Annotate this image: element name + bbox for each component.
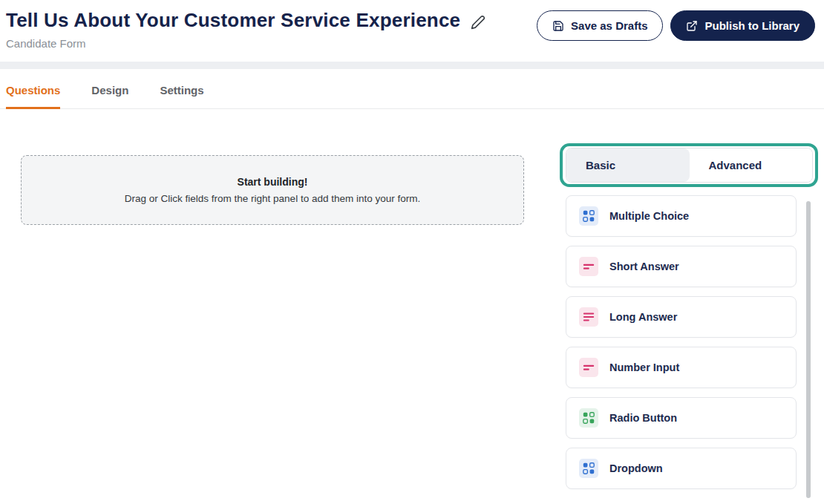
- field-card-long-answer[interactable]: Long Answer: [566, 296, 797, 338]
- radio-button-icon: [579, 408, 598, 428]
- field-label: Short Answer: [609, 261, 679, 272]
- canvas-instruction: Drag or Click fields from the right pane…: [125, 193, 420, 204]
- form-builder-tabs: Questions Design Settings: [0, 69, 824, 109]
- field-label: Dropdown: [609, 462, 663, 474]
- section-divider: [0, 62, 824, 69]
- external-link-icon: [686, 20, 698, 32]
- field-label: Long Answer: [609, 311, 677, 323]
- field-card-number-input[interactable]: Number Input: [566, 347, 797, 388]
- edit-title-icon[interactable]: [471, 15, 485, 30]
- toggle-basic[interactable]: Basic: [566, 148, 690, 182]
- dropdown-icon: [579, 459, 598, 478]
- field-card-short-answer[interactable]: Short Answer: [566, 246, 797, 287]
- field-label: Radio Button: [609, 412, 677, 424]
- header: Tell Us About Your Customer Service Expe…: [0, 0, 824, 50]
- field-palette-panel: Basic Advanced Multiple Choice: [566, 148, 813, 498]
- main-content: Start building! Drag or Click fields fro…: [0, 148, 824, 498]
- publish-to-library-label: Publish to Library: [704, 19, 800, 32]
- palette-toggle: Basic Advanced: [566, 148, 813, 183]
- header-actions: Save as Drafts Publish to Library: [537, 9, 815, 41]
- tab-settings[interactable]: Settings: [160, 69, 203, 108]
- tab-design[interactable]: Design: [91, 69, 128, 108]
- field-card-multiple-choice[interactable]: Multiple Choice: [566, 195, 797, 237]
- field-label: Multiple Choice: [609, 210, 689, 222]
- multiple-choice-icon: [579, 206, 598, 226]
- toggle-advanced[interactable]: Advanced: [690, 148, 813, 182]
- palette-toggle-wrap: Basic Advanced: [566, 148, 813, 183]
- field-label: Number Input: [609, 361, 679, 373]
- field-card-dropdown[interactable]: Dropdown: [566, 448, 797, 489]
- publish-to-library-button[interactable]: Publish to Library: [670, 10, 815, 41]
- canvas-title: Start building!: [238, 176, 308, 188]
- short-answer-icon: [579, 257, 598, 276]
- save-icon: [552, 20, 564, 32]
- panel-scrollbar[interactable]: [806, 201, 811, 498]
- save-as-drafts-button[interactable]: Save as Drafts: [537, 10, 663, 41]
- title-block: Tell Us About Your Customer Service Expe…: [6, 9, 485, 50]
- tab-questions[interactable]: Questions: [6, 69, 60, 109]
- save-as-drafts-label: Save as Drafts: [571, 19, 647, 32]
- form-drop-canvas[interactable]: Start building! Drag or Click fields fro…: [21, 155, 524, 225]
- field-card-radio-button[interactable]: Radio Button: [566, 397, 797, 439]
- number-input-icon: [579, 358, 598, 377]
- field-list: Multiple Choice Short Answer: [566, 195, 813, 489]
- long-answer-icon: [579, 307, 598, 327]
- form-type-label: Candidate Form: [6, 37, 485, 50]
- page-title: Tell Us About Your Customer Service Expe…: [6, 9, 460, 32]
